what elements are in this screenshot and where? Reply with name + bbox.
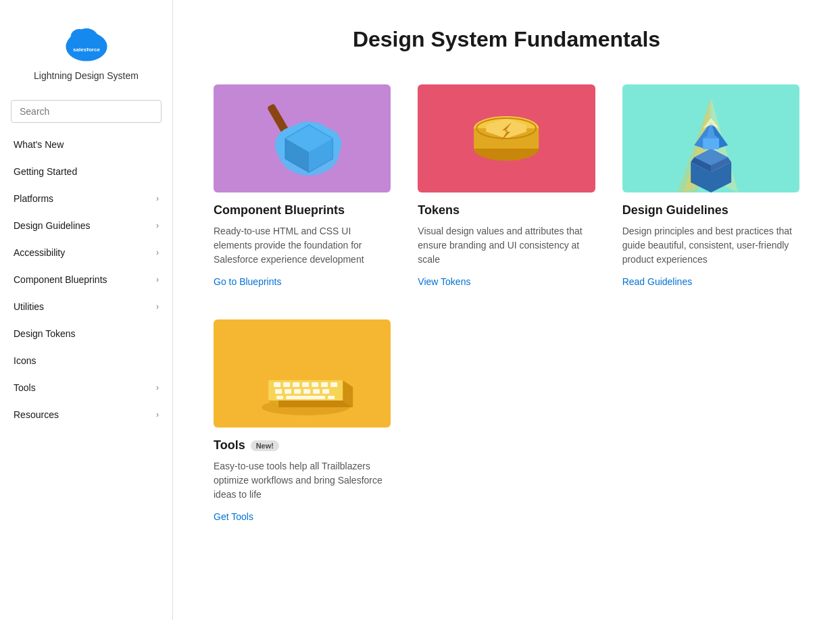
svg-rect-48 <box>330 382 337 387</box>
card-tools: Tools New! Easy-to-use tools help all Tr… <box>214 319 391 522</box>
tools-illustration <box>214 319 391 428</box>
card-guidelines-image <box>622 84 799 192</box>
sidebar-item-tools[interactable]: Tools › <box>0 374 172 401</box>
svg-rect-46 <box>312 382 318 387</box>
svg-rect-49 <box>275 389 282 394</box>
chevron-right-icon: › <box>156 194 159 203</box>
cards-grid-bottom: Tools New! Easy-to-use tools help all Tr… <box>214 319 799 522</box>
card-guidelines: Design Guidelines Design principles and … <box>622 84 799 287</box>
salesforce-logo: salesforce <box>62 16 111 65</box>
sidebar-item-platforms[interactable]: Platforms › <box>0 185 172 212</box>
sidebar-item-component-blueprints[interactable]: Component Blueprints › <box>0 266 172 293</box>
svg-text:salesforce: salesforce <box>73 47 100 53</box>
svg-rect-43 <box>283 382 290 387</box>
page-title: Design System Fundamentals <box>214 27 799 52</box>
svg-rect-42 <box>274 382 280 387</box>
card-tokens-image <box>418 84 595 192</box>
card-tokens-link[interactable]: View Tokens <box>418 276 595 287</box>
tokens-illustration <box>418 84 595 192</box>
sidebar-item-getting-started[interactable]: Getting Started <box>0 158 172 185</box>
svg-rect-54 <box>322 389 329 394</box>
logo-area: salesforce Lightning Design System <box>0 0 172 92</box>
card-guidelines-title: Design Guidelines <box>622 203 799 217</box>
svg-point-4 <box>70 29 87 45</box>
guidelines-illustration <box>622 84 799 192</box>
card-guidelines-desc: Design principles and best practices tha… <box>622 224 799 267</box>
sidebar-nav: What's New Getting Started Platforms › D… <box>0 131 172 620</box>
main-content: Design System Fundamentals <box>173 0 840 620</box>
svg-rect-57 <box>328 396 335 399</box>
sidebar-item-design-tokens[interactable]: Design Tokens <box>0 320 172 347</box>
card-tools-title: Tools New! <box>214 438 391 453</box>
card-guidelines-link[interactable]: Read Guidelines <box>622 276 799 287</box>
svg-rect-56 <box>286 396 325 399</box>
card-tools-link[interactable]: Get Tools <box>214 511 391 522</box>
sidebar: salesforce Lightning Design System What'… <box>0 0 173 620</box>
card-blueprints-desc: Ready-to-use HTML and CSS UI elements pr… <box>214 224 391 267</box>
card-tokens: Tokens Visual design values and attribut… <box>418 84 595 287</box>
svg-rect-55 <box>276 396 283 399</box>
blueprint-illustration <box>214 84 391 192</box>
sidebar-item-design-guidelines[interactable]: Design Guidelines › <box>0 212 172 239</box>
svg-rect-51 <box>294 389 301 394</box>
sidebar-item-accessibility[interactable]: Accessibility › <box>0 239 172 266</box>
sidebar-item-whats-new[interactable]: What's New <box>0 131 172 158</box>
svg-rect-47 <box>321 382 328 387</box>
svg-rect-45 <box>302 382 309 387</box>
sidebar-item-resources[interactable]: Resources › <box>0 401 172 428</box>
card-blueprints: Component Blueprints Ready-to-use HTML a… <box>214 84 391 287</box>
svg-rect-50 <box>285 389 291 394</box>
chevron-right-icon: › <box>156 302 159 311</box>
svg-rect-53 <box>313 389 320 394</box>
chevron-right-icon: › <box>156 275 159 284</box>
svg-rect-52 <box>303 389 310 394</box>
chevron-right-icon: › <box>156 221 159 230</box>
chevron-right-icon: › <box>156 410 159 419</box>
card-blueprints-image <box>214 84 391 192</box>
card-tokens-title: Tokens <box>418 203 595 217</box>
sidebar-item-utilities[interactable]: Utilities › <box>0 293 172 320</box>
card-blueprints-title: Component Blueprints <box>214 203 391 217</box>
card-tools-desc: Easy-to-use tools help all Trailblazers … <box>214 459 391 502</box>
sidebar-item-icons[interactable]: Icons <box>0 347 172 374</box>
new-badge: New! <box>251 440 279 451</box>
svg-rect-33 <box>703 138 719 149</box>
card-blueprints-link[interactable]: Go to Blueprints <box>214 276 391 287</box>
search-input[interactable] <box>11 100 162 123</box>
svg-rect-44 <box>293 382 299 387</box>
chevron-right-icon: › <box>156 383 159 392</box>
cards-grid-top: Component Blueprints Ready-to-use HTML a… <box>214 84 799 287</box>
brand-name: Lightning Design System <box>34 70 139 81</box>
card-tools-image <box>214 319 391 428</box>
svg-marker-37 <box>268 401 353 407</box>
chevron-right-icon: › <box>156 248 159 257</box>
card-tokens-desc: Visual design values and attributes that… <box>418 224 595 267</box>
